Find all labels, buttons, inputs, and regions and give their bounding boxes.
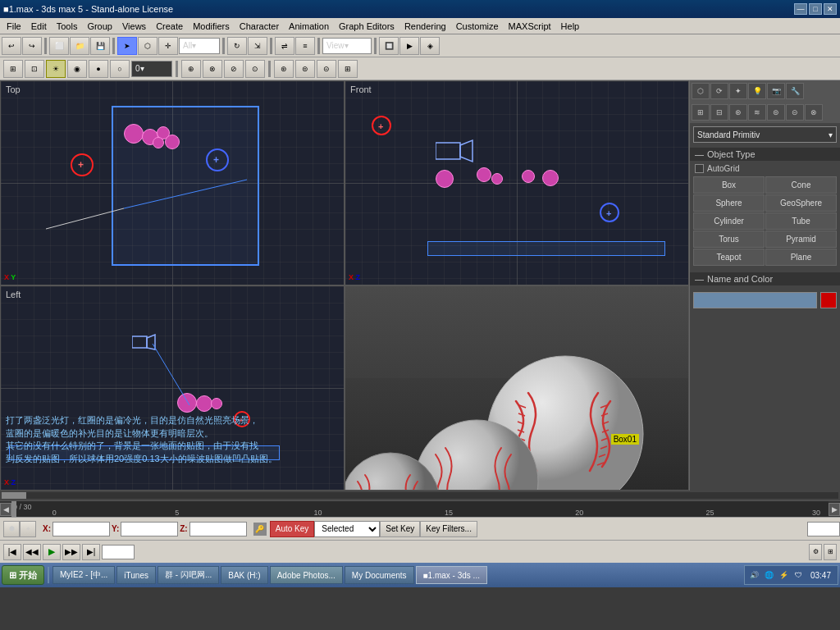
auto-key-button[interactable]: Auto Key (270, 521, 315, 537)
geosphere-btn[interactable]: GeoSphere (765, 194, 837, 212)
timeline-left-btn[interactable]: ◀ (0, 503, 11, 516)
menu-create[interactable]: Create (151, 20, 188, 33)
goto-start-button[interactable]: |◀ (3, 544, 21, 560)
sub-btn-14[interactable]: ⊞ (338, 60, 358, 78)
cone-btn[interactable]: Cone (765, 176, 837, 194)
menu-tools[interactable]: Tools (52, 20, 83, 33)
anim-settings-btn[interactable]: ⚙ (809, 544, 822, 560)
scroll-thumb[interactable] (2, 492, 26, 499)
y-coord-input[interactable] (121, 522, 178, 536)
cylinder-btn[interactable]: Cylinder (693, 212, 765, 230)
rotate-button[interactable]: ↻ (227, 37, 247, 55)
goto-end-button[interactable]: ▶| (82, 544, 100, 560)
open-button[interactable]: 📁 (70, 37, 89, 55)
sub-btn-13[interactable]: ⊝ (317, 60, 336, 78)
prev-frame-button[interactable]: ◀◀ (23, 544, 41, 560)
scroll-track[interactable] (2, 492, 838, 499)
close-button[interactable]: ✕ (824, 3, 837, 15)
autogrid-checkbox[interactable] (695, 164, 704, 173)
mydocs-taskbar-btn[interactable]: My Documents (345, 566, 414, 584)
panel-icon-8[interactable]: ⊟ (710, 104, 728, 121)
viewport-left[interactable]: Left + 打了两盏泛光灯，红圈的是偏冷光，目的是仿自然光照亮场景， (0, 285, 345, 491)
panel-icon-5[interactable]: 📷 (767, 83, 785, 99)
select-region-button[interactable]: ⬡ (138, 37, 158, 55)
redo-button[interactable]: ↪ (22, 37, 42, 55)
sub-btn-12[interactable]: ⊜ (295, 60, 315, 78)
save-button[interactable]: 💾 (90, 37, 110, 55)
section-collapse-btn[interactable]: — (695, 149, 704, 159)
new-scene-button[interactable]: ⬜ (49, 37, 69, 55)
sub-btn-4[interactable]: ◉ (67, 60, 87, 78)
select-object-button[interactable]: ➤ (117, 37, 137, 55)
menu-modifiers[interactable]: Modifiers (188, 20, 235, 33)
undo-button[interactable]: ↩ (2, 37, 21, 55)
tube-btn[interactable]: Tube (765, 212, 837, 230)
sphere-btn[interactable]: Sphere (693, 194, 765, 212)
itunes-taskbar-btn[interactable]: iTunes (116, 566, 156, 584)
scene-icon-1[interactable]: ⬢ (3, 521, 20, 537)
panel-icon-9[interactable]: ⊛ (729, 104, 747, 121)
sub-btn-5[interactable]: ● (89, 60, 108, 78)
sub-btn-2[interactable]: ⊡ (25, 60, 44, 78)
box-btn[interactable]: Box (693, 176, 765, 194)
align-button[interactable]: ≡ (295, 37, 315, 55)
sub-btn-11[interactable]: ⊛ (274, 60, 294, 78)
panel-icon-7[interactable]: ⊞ (692, 104, 710, 121)
menu-edit[interactable]: Edit (26, 20, 52, 33)
quick-render-button[interactable]: ▶ (399, 37, 419, 55)
move-button[interactable]: ✛ (158, 37, 178, 55)
next-frame-button[interactable]: ▶▶ (62, 544, 80, 560)
primitives-dropdown[interactable]: Standard Primitiv ▾ (693, 126, 837, 143)
menu-group[interactable]: Group (82, 20, 117, 33)
panel-icon-12[interactable]: ⊝ (786, 104, 804, 121)
sub-btn-10[interactable]: ⊙ (245, 60, 265, 78)
color-swatch[interactable] (820, 292, 837, 308)
torus-btn[interactable]: Torus (693, 231, 765, 248)
restore-button[interactable]: □ (809, 3, 822, 15)
sub-btn-9[interactable]: ⊘ (224, 60, 244, 78)
menu-animation[interactable]: Animation (284, 20, 334, 33)
render-scene-button[interactable]: 🔲 (379, 37, 399, 55)
keyframe-dropdown[interactable]: 0▾ (131, 61, 172, 77)
max-taskbar-btn[interactable]: ■1.max - 3ds ... (416, 566, 487, 584)
timeline-right-btn[interactable]: ▶ (829, 503, 840, 516)
panel-icon-1[interactable]: ⬡ (692, 83, 710, 99)
sub-btn-6[interactable]: ○ (110, 60, 130, 78)
myie-taskbar-btn[interactable]: MyIE2 - [中... (52, 566, 115, 584)
sub-btn-1[interactable]: ⊞ (3, 60, 23, 78)
teapot-btn[interactable]: Teapot (693, 249, 765, 266)
x-coord-input[interactable] (52, 522, 110, 536)
scale-button[interactable]: ⇲ (248, 37, 267, 55)
name-input[interactable] (693, 292, 817, 308)
selected-dropdown[interactable]: Selected (314, 521, 380, 537)
menu-help[interactable]: Help (556, 20, 585, 33)
pyramid-btn[interactable]: Pyramid (765, 231, 837, 248)
key-filters-button[interactable]: Key Filters... (420, 521, 477, 537)
z-coord-input[interactable] (189, 522, 247, 536)
scene-icon-2[interactable]: ⌖ (20, 521, 36, 537)
view-dropdown[interactable]: View▾ (322, 38, 372, 54)
plane-btn[interactable]: Plane (765, 249, 837, 266)
menu-file[interactable]: File (2, 20, 26, 33)
panel-icon-3[interactable]: ✦ (729, 83, 747, 99)
name-section-collapse-btn[interactable]: — (695, 274, 704, 284)
playhead[interactable] (11, 501, 16, 517)
viewport-camera[interactable]: Camera01 (345, 285, 689, 491)
panel-icon-6[interactable]: 🔧 (786, 83, 804, 99)
panel-icon-4[interactable]: 💡 (748, 83, 766, 99)
set-key-button[interactable]: Set Key (380, 521, 420, 537)
sub-btn-8[interactable]: ⊗ (203, 60, 222, 78)
panel-icon-2[interactable]: ⟳ (710, 83, 728, 99)
viewport-front[interactable]: Front + + X Z (345, 80, 689, 285)
menu-graph-editors[interactable]: Graph Editors (334, 20, 399, 33)
current-frame-input[interactable]: 0 (102, 545, 135, 559)
menu-rendering[interactable]: Rendering (399, 20, 451, 33)
viewport-top[interactable]: Top + + X Y (0, 80, 345, 285)
menu-character[interactable]: Character (235, 20, 284, 33)
panel-icon-10[interactable]: ≋ (748, 104, 766, 121)
qun-taskbar-btn[interactable]: 群 - 闪吧网... (158, 566, 219, 584)
timeline-track[interactable]: 0 / 30 0 5 10 15 20 25 30 (11, 501, 829, 517)
minimize-button[interactable]: — (794, 3, 807, 15)
menu-maxscript[interactable]: MAXScript (504, 20, 556, 33)
material-editor-button[interactable]: ◈ (420, 37, 440, 55)
